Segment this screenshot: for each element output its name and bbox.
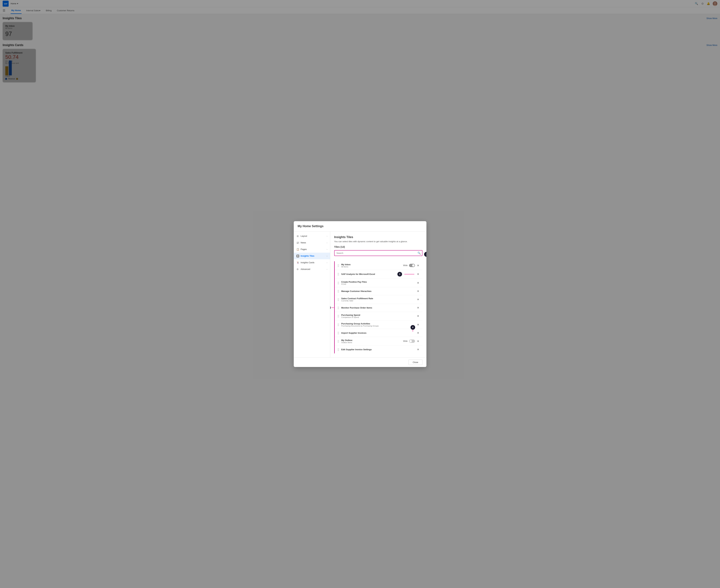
modal-overlay[interactable]: My Home Settings ⊞ Layout › 📰 News [0, 0, 720, 85]
